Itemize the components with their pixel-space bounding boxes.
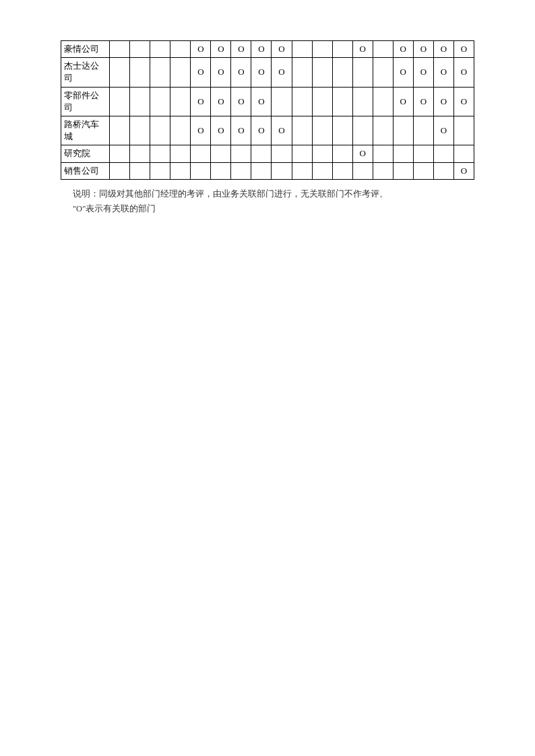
table-cell bbox=[170, 162, 191, 179]
table-cell: O bbox=[231, 87, 251, 116]
table-cell: O bbox=[251, 41, 272, 58]
table-cell bbox=[170, 87, 191, 116]
table-cell bbox=[110, 87, 130, 116]
table-cell bbox=[150, 41, 170, 58]
table-cell: O bbox=[272, 116, 292, 145]
table-cell bbox=[373, 162, 393, 179]
table-cell bbox=[373, 87, 393, 116]
table-cell: O bbox=[251, 87, 272, 116]
table-cell: O bbox=[272, 58, 292, 87]
table-cell: O bbox=[272, 41, 292, 58]
table-cell bbox=[332, 116, 352, 145]
table-cell bbox=[413, 116, 433, 145]
table-row: 销售公司O bbox=[61, 162, 474, 179]
table-cell bbox=[312, 145, 332, 162]
table-cell bbox=[110, 116, 130, 145]
table-cell bbox=[373, 116, 393, 145]
table-cell bbox=[352, 116, 373, 145]
table-cell: O bbox=[413, 58, 433, 87]
table-cell bbox=[231, 162, 251, 179]
table-cell bbox=[312, 41, 332, 58]
table-cell: O bbox=[231, 58, 251, 87]
table-cell: O bbox=[453, 87, 474, 116]
table-cell: O bbox=[191, 58, 211, 87]
table-cell bbox=[272, 145, 292, 162]
table-row: 研究院O bbox=[61, 145, 474, 162]
note-line-1: 说明：同级对其他部门经理的考评，由业务关联部门进行，无关联部门不作考评。 bbox=[73, 186, 474, 202]
table-cell bbox=[272, 162, 292, 179]
note-line-2: "O"表示有关联的部门 bbox=[73, 201, 474, 217]
table-row: 杰士达公司OOOOOOOOO bbox=[61, 58, 474, 87]
table-cell bbox=[150, 145, 170, 162]
table-cell: O bbox=[433, 41, 453, 58]
row-label: 研究院 bbox=[61, 145, 110, 162]
table-cell: O bbox=[433, 87, 453, 116]
table-cell bbox=[332, 162, 352, 179]
table-cell: O bbox=[251, 58, 272, 87]
row-label: 零部件公司 bbox=[61, 87, 110, 116]
table-cell: O bbox=[393, 41, 413, 58]
table-cell bbox=[433, 145, 453, 162]
table-cell: O bbox=[211, 41, 231, 58]
table-cell: O bbox=[453, 162, 474, 179]
table-cell bbox=[231, 145, 251, 162]
table-cell bbox=[373, 58, 393, 87]
table-cell bbox=[332, 87, 352, 116]
table-cell: O bbox=[231, 116, 251, 145]
table-cell: O bbox=[231, 41, 251, 58]
table-cell bbox=[110, 41, 130, 58]
table-cell bbox=[110, 145, 130, 162]
table-row: 路桥汽车城OOOOOO bbox=[61, 116, 474, 145]
table-cell bbox=[191, 162, 211, 179]
table-cell: O bbox=[211, 87, 231, 116]
table-cell bbox=[211, 162, 231, 179]
row-label: 销售公司 bbox=[61, 162, 110, 179]
table-cell bbox=[453, 116, 474, 145]
table-cell bbox=[413, 145, 433, 162]
table-cell bbox=[110, 162, 130, 179]
table-cell: O bbox=[211, 116, 231, 145]
table-cell bbox=[170, 116, 191, 145]
table-cell bbox=[373, 145, 393, 162]
table-cell bbox=[332, 41, 352, 58]
table-cell: O bbox=[251, 116, 272, 145]
table-cell bbox=[130, 116, 150, 145]
table-cell bbox=[413, 162, 433, 179]
table-cell bbox=[170, 58, 191, 87]
table-cell bbox=[393, 116, 413, 145]
table-cell bbox=[251, 145, 272, 162]
table-cell bbox=[393, 162, 413, 179]
table-cell bbox=[130, 87, 150, 116]
table-container: 豪情公司OOOOOOOOOO杰士达公司OOOOOOOOO零部件公司OOOOOOO… bbox=[61, 40, 474, 180]
table-cell bbox=[312, 162, 332, 179]
table-cell bbox=[373, 41, 393, 58]
table-cell: O bbox=[413, 87, 433, 116]
table-cell bbox=[312, 58, 332, 87]
notes-section: 说明：同级对其他部门经理的考评，由业务关联部门进行，无关联部门不作考评。 "O"… bbox=[61, 186, 474, 217]
table-cell bbox=[150, 162, 170, 179]
table-cell bbox=[292, 58, 312, 87]
table-cell bbox=[110, 58, 130, 87]
table-row: 零部件公司OOOOOOOO bbox=[61, 87, 474, 116]
table-cell bbox=[312, 87, 332, 116]
table-cell bbox=[292, 116, 312, 145]
table-cell bbox=[150, 58, 170, 87]
table-cell: O bbox=[393, 87, 413, 116]
table-cell: O bbox=[453, 58, 474, 87]
table-cell: O bbox=[413, 41, 433, 58]
table-cell bbox=[312, 116, 332, 145]
table-cell bbox=[292, 162, 312, 179]
table-cell: O bbox=[352, 41, 373, 58]
table-cell bbox=[130, 145, 150, 162]
table-cell bbox=[272, 87, 292, 116]
table-cell: O bbox=[453, 41, 474, 58]
table-cell bbox=[433, 162, 453, 179]
table-cell: O bbox=[352, 145, 373, 162]
table-cell bbox=[332, 145, 352, 162]
table-cell bbox=[130, 58, 150, 87]
row-label: 豪情公司 bbox=[61, 41, 110, 58]
table-cell bbox=[453, 145, 474, 162]
table-cell: O bbox=[393, 58, 413, 87]
table-cell: O bbox=[433, 116, 453, 145]
row-label: 路桥汽车城 bbox=[61, 116, 110, 145]
